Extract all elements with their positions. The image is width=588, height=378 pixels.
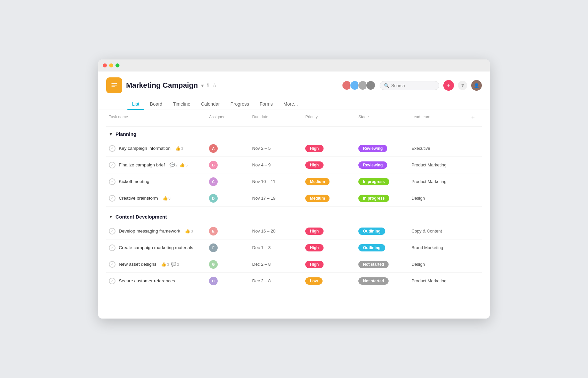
collapse-icon: ▼ (109, 215, 113, 219)
search-input[interactable] (391, 83, 435, 88)
stage-cell: Reviewing (356, 142, 409, 155)
close-button[interactable] (103, 63, 107, 67)
priority-cell: High (303, 241, 356, 254)
nav-tabs: List Board Timeline Calendar Progress Fo… (98, 95, 490, 110)
table-row: ✓ Create campaign marketing materials F … (106, 239, 482, 256)
assignee-cell: D (206, 191, 250, 205)
tab-calendar[interactable]: Calendar (196, 99, 225, 110)
avatar: A (209, 144, 218, 153)
collapse-icon: ▼ (109, 132, 113, 137)
tab-list[interactable]: List (127, 99, 144, 110)
task-name: New asset designs (119, 262, 156, 267)
assignee-cell: B (206, 158, 250, 172)
priority-badge: High (305, 145, 324, 152)
help-button[interactable]: ? (458, 81, 467, 90)
task-name-cell: ✓ Finalize campaign brief 💬 2 👍 5 (106, 159, 206, 171)
like-icon: 👍 8 (163, 196, 171, 201)
check-icon[interactable]: ✓ (109, 228, 115, 235)
check-icon[interactable]: ✓ (109, 178, 115, 185)
info-icon[interactable]: ℹ (206, 82, 210, 89)
task-name: Kickoff meeting (119, 179, 149, 184)
stage-cell: Not started (356, 258, 409, 271)
tab-more[interactable]: More... (279, 99, 303, 110)
table-row: ✓ New asset designs 👍 3 💬 2 G Dec 2 – 8 … (106, 256, 482, 273)
stage-badge: Outlining (358, 244, 385, 251)
task-name-cell: ✓ Secure customer references (106, 275, 206, 287)
col-add[interactable]: + (469, 113, 482, 123)
like-icon: 👍 3 (161, 262, 169, 267)
chevron-down-icon[interactable]: ▾ (200, 82, 204, 89)
check-icon[interactable]: ✓ (109, 261, 115, 268)
table-row: ✓ Develop messaging framework 👍 3 E Nov … (106, 223, 482, 239)
tab-timeline[interactable]: Timeline (168, 99, 195, 110)
priority-cell: High (303, 142, 356, 155)
header: Marketing Campaign ▾ ℹ ☆ 🔍 + (98, 71, 490, 93)
maximize-button[interactable] (115, 63, 119, 67)
stage-cell: In progress (356, 175, 409, 188)
priority-cell: Medium (303, 175, 356, 188)
avatar: B (209, 161, 218, 169)
star-icon[interactable]: ☆ (212, 82, 217, 89)
section-content-development[interactable]: ▼ Content Development (106, 209, 482, 223)
avatar[interactable] (366, 80, 376, 90)
avatar: D (209, 194, 218, 203)
priority-cell: High (303, 258, 356, 271)
priority-badge: High (305, 161, 324, 169)
assignee-cell: H (206, 274, 250, 288)
stage-cell: In progress (356, 192, 409, 205)
lead-team: Product Marketing (409, 276, 469, 286)
task-name: Secure customer references (119, 278, 175, 283)
traffic-lights (103, 63, 119, 67)
task-name: Finalize campaign brief (119, 162, 165, 167)
col-task-name: Task name (106, 113, 206, 123)
stage-badge: Reviewing (358, 161, 387, 169)
stage-badge: In progress (358, 178, 389, 185)
tab-forms[interactable]: Forms (255, 99, 277, 110)
check-icon[interactable]: ✓ (109, 278, 115, 284)
lead-team: Design (409, 259, 469, 269)
project-title-area: Marketing Campaign ▾ ℹ ☆ (126, 81, 338, 90)
task-name-cell: ✓ Create campaign marketing materials (106, 242, 206, 254)
tab-board[interactable]: Board (145, 99, 167, 110)
check-icon[interactable]: ✓ (109, 195, 115, 202)
priority-cell: High (303, 225, 356, 237)
avatar-group (342, 80, 376, 90)
add-button[interactable]: + (443, 80, 454, 91)
tab-progress[interactable]: Progress (226, 99, 254, 110)
lead-team: Executive (409, 143, 469, 153)
priority-badge: High (305, 228, 324, 235)
avatar: G (209, 260, 218, 269)
assignee-cell: G (206, 257, 250, 271)
svg-rect-1 (111, 85, 117, 86)
check-icon[interactable]: ✓ (109, 162, 115, 168)
due-date: Dec 2 – 8 (250, 259, 303, 269)
section-label: Planning (115, 131, 136, 137)
project-icon (106, 77, 122, 93)
project-title: Marketing Campaign (126, 81, 198, 90)
priority-cell: High (303, 159, 356, 171)
table-row: ✓ Kickoff meeting C Nov 10 – 11 Medium I… (106, 173, 482, 190)
section-label: Content Development (115, 214, 167, 220)
table-row: ✓ Finalize campaign brief 💬 2 👍 5 B Nov … (106, 157, 482, 173)
assignee-cell: C (206, 175, 250, 189)
stage-badge: Reviewing (358, 145, 387, 152)
task-meta: 👍 3 (185, 229, 193, 234)
check-icon[interactable]: ✓ (109, 244, 115, 251)
lead-team: Product Marketing (409, 160, 469, 170)
lead-team: Product Marketing (409, 176, 469, 187)
assignee-cell: F (206, 241, 250, 255)
section-planning[interactable]: ▼ Planning (106, 127, 482, 140)
search-bar: 🔍 (380, 81, 439, 90)
task-meta: 💬 2 👍 5 (170, 162, 187, 167)
task-name-cell: ✓ Kickoff meeting (106, 176, 206, 188)
priority-badge: Medium (305, 195, 330, 202)
comment-icon: 💬 2 (170, 162, 178, 167)
task-meta: 👍 3 💬 2 (161, 262, 179, 267)
assignee-cell: E (206, 224, 250, 238)
col-due-date: Due date (250, 113, 303, 123)
user-avatar[interactable]: 👤 (471, 80, 482, 91)
check-icon[interactable]: ✓ (109, 145, 115, 152)
minimize-button[interactable] (109, 63, 113, 67)
task-name: Develop messaging framework (119, 229, 180, 234)
like-icon: 👍 5 (180, 162, 187, 167)
